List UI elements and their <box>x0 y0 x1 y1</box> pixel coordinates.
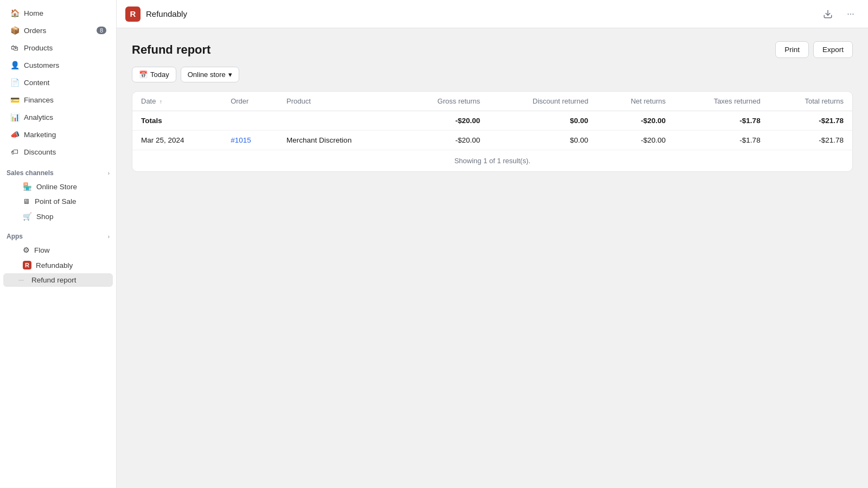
totals-product <box>278 111 400 131</box>
calendar-icon: 📅 <box>139 70 148 79</box>
col-header-net-returns: Net returns <box>597 92 674 111</box>
row-net-returns: -$20.00 <box>597 131 674 150</box>
home-icon: 🏠 <box>10 8 20 18</box>
page-title: Refund report <box>132 43 210 57</box>
more-button[interactable]: ··· <box>842 5 859 23</box>
result-count: Showing 1 of 1 result(s). <box>132 150 852 171</box>
apps-label: Apps <box>7 233 23 240</box>
sales-channels-label: Sales channels <box>7 169 54 177</box>
row-taxes-returned: -$1.78 <box>674 131 769 150</box>
sidebar-item-point-of-sale[interactable]: 🖥 Point of Sale <box>3 195 113 208</box>
totals-taxes-returned: -$1.78 <box>674 111 769 131</box>
row-product: Merchant Discretion <box>278 131 400 150</box>
row-discount-returned: $0.00 <box>489 131 597 150</box>
header-actions: Print Export <box>775 41 853 58</box>
sidebar-item-label: Refundably <box>36 261 73 269</box>
filters: 📅 Today Online store ▾ <box>132 67 853 82</box>
sidebar-item-customers[interactable]: 👤 Customers <box>3 57 113 73</box>
page-header: Refund report Print Export <box>132 41 853 58</box>
sidebar-item-marketing[interactable]: 📣 Marketing <box>3 126 113 143</box>
chevron-down-icon: ▾ <box>228 70 232 79</box>
col-header-order: Order <box>222 92 278 111</box>
sidebar-item-refund-report[interactable]: Refund report <box>3 273 113 287</box>
sidebar-item-label: Analytics <box>24 113 106 121</box>
totals-label: Totals <box>132 111 222 131</box>
col-header-total-returns: Total returns <box>769 92 852 111</box>
sidebar-item-flow[interactable]: ⚙ Flow <box>3 243 113 257</box>
store-filter[interactable]: Online store ▾ <box>181 67 239 82</box>
totals-discount-returned: $0.00 <box>489 111 597 131</box>
col-header-taxes-returned: Taxes returned <box>674 92 769 111</box>
totals-order <box>222 111 278 131</box>
sidebar-item-label: Discounts <box>24 148 106 156</box>
report-table: Date ↑ Order Product Gross returns <box>132 92 852 150</box>
content-icon: 📄 <box>10 78 20 87</box>
row-order: #1015 <box>222 131 278 150</box>
store-label: Online store <box>188 70 226 79</box>
finances-icon: 💳 <box>10 95 20 105</box>
point-of-sale-icon: 🖥 <box>23 197 30 206</box>
content-area: Refund report Print Export 📅 Today Onlin… <box>117 28 868 488</box>
sidebar-item-label: Orders <box>24 27 92 35</box>
sidebar-item-label: Flow <box>34 246 50 254</box>
col-header-date[interactable]: Date ↑ <box>132 92 222 111</box>
export-button[interactable]: Export <box>813 41 853 58</box>
row-date: Mar 25, 2024 <box>132 131 222 150</box>
apps-header[interactable]: Apps › <box>0 227 116 242</box>
sidebar-item-online-store[interactable]: 🏪 Online Store <box>3 179 113 194</box>
totals-net-returns: -$20.00 <box>597 111 674 131</box>
sidebar-item-label: Online Store <box>36 183 77 191</box>
today-filter[interactable]: 📅 Today <box>132 67 176 82</box>
totals-gross-returns: -$20.00 <box>400 111 489 131</box>
sidebar-item-label: Point of Sale <box>35 197 76 206</box>
row-total-returns: -$21.78 <box>769 131 852 150</box>
download-button[interactable] <box>819 5 837 23</box>
sidebar-item-label: Home <box>24 9 106 17</box>
col-header-discount-returned: Discount returned <box>489 92 597 111</box>
col-header-product: Product <box>278 92 400 111</box>
discounts-icon: 🏷 <box>10 147 20 157</box>
online-store-icon: 🏪 <box>23 182 32 191</box>
refundably-icon: R <box>23 261 31 269</box>
sidebar: 🏠 Home 📦 Orders 8 🛍 Products 👤 Customers… <box>0 0 117 488</box>
sidebar-item-label: Content <box>24 79 106 87</box>
sidebar-item-shop[interactable]: 🛒 Shop <box>3 209 113 223</box>
sidebar-item-products[interactable]: 🛍 Products <box>3 40 113 56</box>
orders-badge: 8 <box>97 27 106 34</box>
marketing-icon: 📣 <box>10 130 20 139</box>
flow-icon: ⚙ <box>23 246 30 254</box>
sidebar-item-finances[interactable]: 💳 Finances <box>3 92 113 108</box>
totals-total-returns: -$21.78 <box>769 111 852 131</box>
sidebar-item-label: Products <box>24 44 106 52</box>
row-gross-returns: -$20.00 <box>400 131 489 150</box>
sidebar-item-label: Finances <box>24 96 106 104</box>
sidebar-item-analytics[interactable]: 📊 Analytics <box>3 109 113 125</box>
analytics-icon: 📊 <box>10 112 20 122</box>
app-name: Refundably <box>146 9 187 18</box>
order-link[interactable]: #1015 <box>231 136 251 144</box>
sort-icon: ↑ <box>159 99 162 105</box>
sidebar-item-content[interactable]: 📄 Content <box>3 74 113 91</box>
sidebar-item-label: Shop <box>36 213 54 221</box>
topbar: R Refundably ··· <box>117 0 868 28</box>
report-table-card: Date ↑ Order Product Gross returns <box>132 91 853 172</box>
customers-icon: 👤 <box>10 60 20 70</box>
today-label: Today <box>150 70 169 79</box>
shop-icon: 🛒 <box>23 212 32 221</box>
sidebar-item-home[interactable]: 🏠 Home <box>3 5 113 21</box>
table-header-row: Date ↑ Order Product Gross returns <box>132 92 852 111</box>
sidebar-item-orders[interactable]: 📦 Orders 8 <box>3 22 113 38</box>
col-header-gross-returns: Gross returns <box>400 92 489 111</box>
sales-channels-header[interactable]: Sales channels › <box>0 164 116 179</box>
print-button[interactable]: Print <box>775 41 809 58</box>
app-logo: R <box>125 7 141 22</box>
sidebar-item-label: Marketing <box>24 131 106 139</box>
chevron-right-icon: › <box>108 170 110 176</box>
orders-icon: 📦 <box>10 25 20 35</box>
sidebar-item-refundably[interactable]: R Refundably <box>3 258 113 272</box>
sidebar-item-discounts[interactable]: 🏷 Discounts <box>3 144 113 160</box>
chevron-right-icon: › <box>108 234 110 240</box>
table-row: Mar 25, 2024 #1015 Merchant Discretion -… <box>132 131 852 150</box>
refund-report-label: Refund report <box>31 276 76 284</box>
products-icon: 🛍 <box>10 43 20 53</box>
